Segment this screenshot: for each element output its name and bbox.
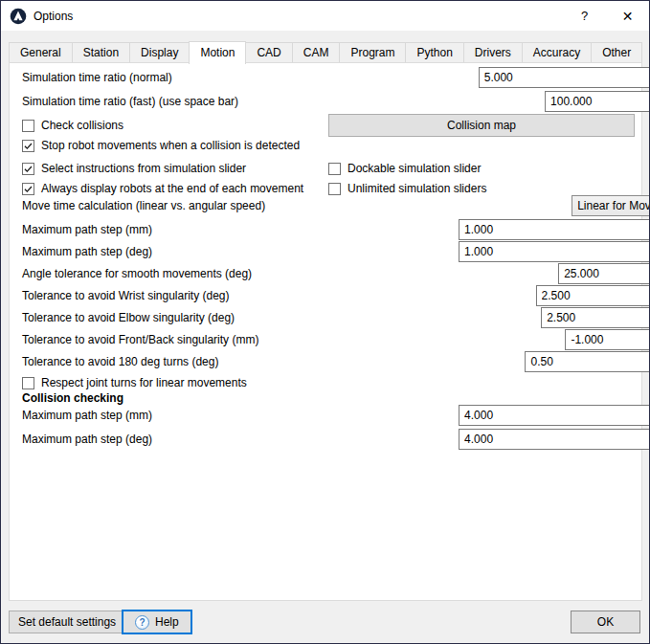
max-path-step-deg-input[interactable] (459, 242, 650, 261)
set-default-settings-button[interactable]: Set default settings (9, 611, 125, 633)
sim-ratio-fast-input[interactable] (546, 92, 650, 111)
max-path-step-deg-spinbox[interactable] (459, 241, 650, 262)
tab-cam[interactable]: CAM (292, 42, 341, 62)
field-row: Simulation time ratio (normal) (22, 67, 634, 88)
check-collisions-checkbox[interactable] (22, 120, 34, 132)
cc-max-path-step-mm-label: Maximum path step (mm) (22, 409, 152, 422)
elbow-singularity-label: Tolerance to avoid Elbow singularity (de… (22, 311, 235, 324)
cc-max-path-step-deg-label: Maximum path step (deg) (22, 433, 152, 446)
close-icon: ✕ (622, 9, 634, 24)
check-icon (23, 141, 34, 151)
respect-joint-turns-label[interactable]: Respect joint turns for linear movements (41, 376, 247, 389)
field-row: Move time calculation (linear vs. angula… (22, 195, 634, 216)
tab-program[interactable]: Program (339, 42, 406, 62)
frontback-singularity-spinbox[interactable] (565, 329, 650, 350)
wrist-singularity-label: Tolerance to avoid Wrist singularity (de… (22, 289, 230, 302)
frontback-singularity-input[interactable] (566, 330, 650, 349)
sim-ratio-fast-spinbox[interactable] (545, 91, 650, 112)
tab-station[interactable]: Station (72, 42, 130, 62)
dockable-slider-label[interactable]: Dockable simulation slider (347, 162, 481, 175)
tab-motion[interactable]: Motion (189, 41, 246, 64)
max-path-step-mm-input[interactable] (459, 220, 650, 239)
dockable-slider-checkbox[interactable] (328, 163, 341, 175)
options-dialog: Options ? ✕ General Station Display Moti… (0, 0, 650, 644)
help-button[interactable]: ? Help (122, 610, 192, 634)
sim-ratio-normal-spinbox[interactable] (479, 67, 650, 88)
ok-button[interactable]: OK (571, 611, 640, 633)
angle-tolerance-input[interactable] (559, 264, 650, 283)
tab-other[interactable]: Other (591, 42, 642, 62)
field-row: Select instructions from simulation slid… (22, 158, 634, 179)
move-time-calc-dropdown[interactable]: Linear for MoveL, angular for MoveJ (572, 195, 650, 216)
max-path-step-deg-label: Maximum path step (deg) (22, 245, 152, 258)
unlimited-sliders-label[interactable]: Unlimited simulation sliders (347, 182, 486, 195)
collision-checking-heading: Collision checking (22, 391, 123, 405)
frontback-singularity-label: Tolerance to avoid Front/Back singularit… (22, 333, 258, 346)
select-instructions-label[interactable]: Select instructions from simulation slid… (41, 162, 246, 175)
cc-max-path-step-deg-spinbox[interactable] (459, 429, 650, 450)
angle-tolerance-spinbox[interactable] (558, 263, 650, 284)
cc-max-path-step-mm-input[interactable] (459, 406, 650, 425)
check-icon (23, 164, 34, 174)
titlebar-close-button[interactable]: ✕ (606, 1, 649, 31)
motion-tab-page: Simulation time ratio (normal) Simulatio… (9, 62, 642, 601)
field-row: Tolerance to avoid Wrist singularity (de… (22, 285, 634, 306)
wrist-singularity-spinbox[interactable] (536, 285, 650, 306)
robodk-logo-icon (10, 8, 27, 25)
question-icon: ? (581, 9, 588, 23)
angle-tolerance-label: Angle tolerance for smooth movements (de… (22, 267, 252, 280)
elbow-singularity-spinbox[interactable] (541, 307, 650, 328)
tab-display[interactable]: Display (129, 42, 190, 62)
window-title: Options (34, 10, 73, 23)
field-row: Tolerance to avoid Front/Back singularit… (22, 329, 634, 350)
max-path-step-mm-label: Maximum path step (mm) (22, 223, 152, 236)
turns-180-spinbox[interactable] (525, 351, 650, 372)
move-time-calc-value: Linear for MoveL, angular for MoveJ (577, 199, 650, 212)
field-row: Angle tolerance for smooth movements (de… (22, 263, 634, 284)
cc-max-path-step-deg-input[interactable] (459, 430, 650, 449)
always-display-robots-checkbox[interactable] (22, 183, 34, 195)
wrist-singularity-input[interactable] (537, 286, 650, 305)
tab-strip: General Station Display Motion CAD CAM P… (9, 40, 641, 63)
tab-accuracy[interactable]: Accuracy (522, 42, 592, 62)
help-icon: ? (135, 615, 149, 630)
field-row: Simulation time ratio (fast) (use space … (22, 91, 634, 112)
field-row: Stop robot movements when a collision is… (22, 135, 634, 156)
check-collisions-label[interactable]: Check collisions (41, 119, 123, 132)
move-time-calc-label: Move time calculation (linear vs. angula… (22, 199, 265, 212)
field-row: Check collisions Collision map (22, 114, 634, 137)
stop-on-collision-label[interactable]: Stop robot movements when a collision is… (41, 139, 300, 152)
titlebar-help-button[interactable]: ? (563, 1, 606, 31)
select-instructions-checkbox[interactable] (22, 163, 34, 175)
turns-180-label: Tolerance to avoid 180 deg turns (deg) (22, 355, 218, 368)
collision-map-button[interactable]: Collision map (328, 114, 635, 137)
sim-ratio-normal-input[interactable] (480, 68, 650, 87)
respect-joint-turns-checkbox[interactable] (22, 377, 34, 389)
field-row: Maximum path step (deg) (22, 429, 634, 450)
titlebar: Options ? ✕ (1, 1, 649, 31)
elbow-singularity-input[interactable] (542, 308, 650, 327)
tab-general[interactable]: General (9, 42, 73, 62)
max-path-step-mm-spinbox[interactable] (459, 219, 650, 240)
tab-cad[interactable]: CAD (245, 42, 292, 62)
cc-max-path-step-mm-spinbox[interactable] (459, 405, 650, 426)
tab-drivers[interactable]: Drivers (463, 42, 523, 62)
field-row: Maximum path step (deg) (22, 241, 634, 262)
turns-180-input[interactable] (526, 352, 650, 371)
field-row: Maximum path step (mm) (22, 219, 634, 240)
sim-ratio-fast-label: Simulation time ratio (fast) (use space … (22, 95, 238, 108)
check-icon (23, 184, 34, 194)
unlimited-sliders-checkbox[interactable] (328, 183, 341, 195)
titlebar-buttons: ? ✕ (563, 1, 649, 31)
field-row: Tolerance to avoid 180 deg turns (deg) (22, 351, 634, 372)
sim-ratio-normal-label: Simulation time ratio (normal) (22, 71, 172, 84)
field-row: Maximum path step (mm) (22, 405, 634, 426)
always-display-robots-label[interactable]: Always display robots at the end of each… (41, 182, 303, 195)
dockable-slider-item: Dockable simulation slider (328, 158, 481, 179)
field-row: Tolerance to avoid Elbow singularity (de… (22, 307, 634, 328)
tab-python[interactable]: Python (405, 42, 463, 62)
stop-on-collision-checkbox[interactable] (22, 140, 34, 152)
